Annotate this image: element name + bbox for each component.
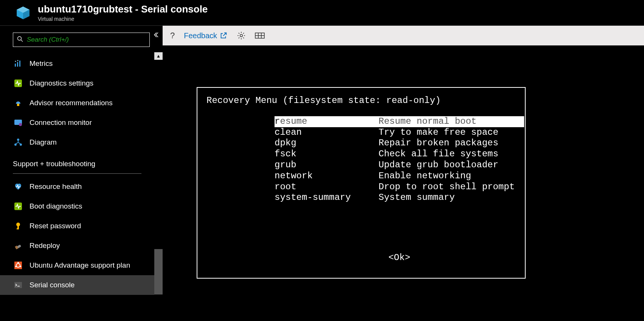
- help-button[interactable]: ?: [170, 31, 175, 41]
- recovery-menu-item-resume[interactable]: resumeResume normal boot: [275, 116, 524, 127]
- page-header: ubuntu1710grubtest - Serial console Virt…: [0, 0, 644, 26]
- nav-label: Connection monitor: [29, 118, 92, 127]
- sidebar-item-advisor-recommendations[interactable]: Advisor recommendations: [0, 93, 154, 113]
- recovery-menu-item-clean[interactable]: cleanTry to make free space: [275, 127, 524, 138]
- feedback-button[interactable]: Feedback: [184, 31, 228, 40]
- svg-point-18: [16, 223, 20, 226]
- keyboard-button[interactable]: [255, 32, 265, 39]
- settings-button[interactable]: [237, 31, 246, 40]
- external-link-icon: [219, 31, 228, 40]
- sidebar-item-resource-health[interactable]: Resource health: [0, 177, 154, 196]
- nav-label: Serial console: [29, 281, 74, 289]
- nav-icon: [13, 137, 23, 148]
- nav-icon: [13, 117, 23, 128]
- svg-point-14: [17, 139, 19, 141]
- page-subtitle: Virtual machine: [38, 16, 208, 22]
- sidebar-item-ubuntu-advantage-support-plan[interactable]: Ubuntu Advantage support plan: [0, 256, 154, 275]
- svg-point-13: [19, 123, 22, 126]
- svg-point-29: [240, 34, 242, 37]
- svg-point-3: [18, 37, 22, 41]
- svg-point-25: [17, 262, 19, 263]
- svg-rect-28: [14, 282, 22, 288]
- recovery-menu-box: Recovery Menu (filesystem state: read-on…: [197, 87, 526, 279]
- nav-icon: [13, 58, 23, 69]
- nav-icon: [13, 98, 23, 108]
- search-icon: [17, 36, 23, 44]
- sidebar-item-diagram[interactable]: Diagram: [0, 132, 154, 152]
- nav-icon: [13, 240, 23, 251]
- svg-point-9: [17, 60, 19, 61]
- sidebar-item-redeploy[interactable]: Redeploy: [0, 236, 154, 256]
- nav-label: Metrics: [29, 59, 53, 68]
- nav-icon: [13, 260, 23, 271]
- nav-icon: [13, 78, 23, 89]
- sidebar-section-header: Support + troubleshooting: [0, 152, 154, 171]
- nav-icon: [13, 181, 23, 192]
- sidebar-item-connection-monitor[interactable]: Connection monitor: [0, 113, 154, 132]
- sidebar-item-metrics[interactable]: Metrics: [0, 54, 154, 73]
- ok-button[interactable]: <Ok>: [275, 252, 524, 263]
- svg-rect-11: [17, 104, 19, 106]
- scrollbar-thumb[interactable]: [154, 249, 163, 295]
- serial-console[interactable]: Recovery Menu (filesystem state: read-on…: [163, 45, 644, 321]
- nav-label: Advisor recommendations: [29, 99, 113, 107]
- svg-rect-6: [17, 62, 18, 67]
- nav-label: Resource health: [29, 182, 82, 191]
- sidebar: MetricsDiagnostics settingsAdvisor recom…: [0, 26, 163, 321]
- svg-point-8: [15, 61, 16, 62]
- nav-label: Diagram: [29, 138, 57, 146]
- nav-label: Diagnostics settings: [29, 79, 93, 87]
- recovery-menu-item-system-summary[interactable]: system-summarySystem summary: [275, 192, 524, 203]
- svg-rect-5: [15, 64, 16, 67]
- nav-label: Reset password: [29, 222, 81, 230]
- recovery-menu-item-fsck[interactable]: fsckCheck all file systems: [275, 149, 524, 160]
- svg-rect-20: [17, 228, 18, 229]
- sidebar-item-serial-console[interactable]: Serial console: [0, 275, 154, 295]
- sidebar-item-boot-diagnostics[interactable]: Boot diagnostics: [0, 196, 154, 216]
- recovery-menu-item-root[interactable]: rootDrop to root shell prompt: [275, 182, 524, 193]
- recovery-menu-item-dpkg[interactable]: dpkgRepair broken packages: [275, 138, 524, 149]
- recovery-menu-item-grub[interactable]: grubUpdate grub bootloader: [275, 160, 524, 171]
- toolbar: ? Feedback: [163, 26, 644, 45]
- sidebar-divider: [13, 173, 141, 174]
- nav-icon: [13, 221, 23, 231]
- main-pane: ? Feedback Recovery Menu (filesystem sta…: [163, 26, 644, 321]
- nav-label: Redeploy: [29, 242, 60, 250]
- page-title: ubuntu1710grubtest - Serial console: [38, 3, 208, 15]
- sidebar-item-reset-password[interactable]: Reset password: [0, 216, 154, 236]
- recovery-menu-title: Recovery Menu (filesystem state: read-on…: [206, 95, 516, 106]
- nav-icon: [13, 201, 23, 212]
- svg-rect-7: [19, 61, 20, 67]
- sidebar-scrollbar[interactable]: ▲: [154, 52, 163, 321]
- feedback-label: Feedback: [184, 31, 217, 40]
- sidebar-search[interactable]: [13, 33, 150, 47]
- svg-point-26: [20, 266, 21, 267]
- nav-label: Ubuntu Advantage support plan: [29, 261, 130, 270]
- svg-line-4: [21, 40, 23, 42]
- vm-icon: [15, 5, 31, 21]
- nav-label: Boot diagnostics: [29, 202, 82, 210]
- sidebar-item-diagnostics-settings[interactable]: Diagnostics settings: [0, 73, 154, 93]
- scroll-up-icon[interactable]: ▲: [154, 52, 163, 60]
- svg-point-27: [15, 266, 17, 267]
- search-input[interactable]: [27, 36, 146, 44]
- recovery-menu-item-network[interactable]: networkEnable networking: [275, 171, 524, 182]
- nav-icon: [13, 280, 23, 290]
- collapse-sidebar-button[interactable]: [153, 32, 159, 39]
